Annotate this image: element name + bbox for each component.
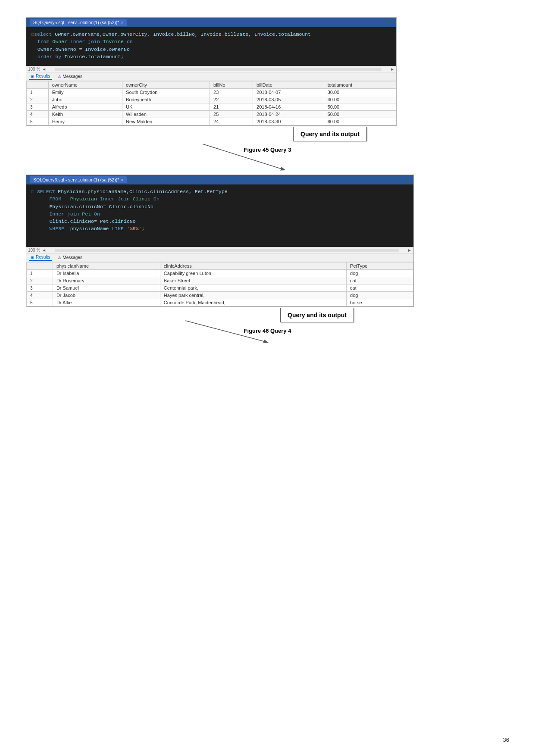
table-cell: New Malden: [122, 118, 210, 125]
table-cell: 25: [210, 111, 253, 118]
query3-col-ownername: ownerName: [48, 81, 122, 89]
table-cell: Baker Street: [160, 277, 346, 284]
table-cell: 40.00: [324, 96, 396, 103]
table-cell: Concorde Park, Maidenhead,: [160, 299, 346, 306]
query3-results-table: ownerName ownerCity billNo billDate tota…: [26, 81, 396, 125]
query3-col-rownum: [27, 81, 49, 89]
table-cell: cat: [347, 277, 413, 284]
query3-section: SQLQuery5.sql - serv...olution(1) (sa (5…: [26, 17, 509, 153]
query3-window: SQLQuery5.sql - serv...olution(1) (sa (5…: [26, 17, 397, 126]
query3-results-tabs: ▣ Results ⚠ Messages: [26, 72, 396, 81]
query3-scrolltrack[interactable]: [55, 68, 382, 71]
table-row: 5Dr AlfieConcorde Park, Maidenhead,horse: [27, 299, 413, 306]
table-row: 4Dr JacobHayes park central,dog: [27, 292, 413, 299]
query3-scrollbar[interactable]: 100 % ◄ ►: [26, 66, 396, 72]
table-row: 2Dr RosemaryBaker Streetcat: [27, 277, 413, 284]
row-number-cell: 4: [27, 111, 49, 118]
table-cell: Willesden: [122, 111, 210, 118]
table-cell: Hayes park central,: [160, 292, 346, 299]
row-number-cell: 3: [27, 284, 53, 292]
query4-arrow-svg: [181, 316, 276, 359]
row-number-cell: 1: [27, 270, 53, 277]
table-row: 3AlfredoUK212018-04-1650.00: [27, 103, 396, 111]
query4-results-tabs: ▣ Results ⚠ Messages: [26, 253, 413, 262]
table-cell: Alfredo: [48, 103, 122, 111]
query4-tab-label: SQLQuery6.sql - serv...olution(1) (sa (5…: [33, 177, 119, 182]
query3-titlebar: SQLQuery5.sql - serv...olution(1) (sa (5…: [26, 18, 396, 27]
query4-col-rownum: [27, 262, 53, 270]
query3-tab-label: SQLQuery5.sql - serv...olution(1) (sa (5…: [33, 20, 119, 25]
query3-inner: SQLQuery5.sql - serv...olution(1) (sa (5…: [26, 17, 509, 141]
query4-nav-right[interactable]: ►: [407, 248, 412, 253]
query3-editor[interactable]: □select Owner.ownerName,Owner.ownerCity,…: [26, 27, 396, 66]
query4-tab-results[interactable]: ▣ Results: [29, 254, 52, 261]
query3-tab-results[interactable]: ▣ Results: [29, 73, 52, 80]
table-cell: 60.00: [324, 118, 396, 125]
table-cell: Dr Samuel: [53, 284, 160, 292]
table-cell: Dr Alfie: [53, 299, 160, 306]
query4-tab-results-label: Results: [36, 255, 50, 259]
table-row: 3Dr SamuelCentennial park,cat: [27, 284, 413, 292]
table-cell: 24: [210, 118, 253, 125]
query3-label-area: Query and its output: [293, 127, 367, 141]
query4-nav-left[interactable]: ◄: [42, 248, 46, 253]
svg-line-1: [185, 321, 267, 342]
query3-col-totalamount: totalamount: [324, 81, 396, 89]
table-cell: Dr Jacob: [53, 292, 160, 299]
table-cell: dog: [347, 270, 413, 277]
query4-col-pettype: PetType: [347, 262, 413, 270]
query4-results-table: physicianName clinicAddress PetType 1Dr …: [26, 262, 413, 306]
query3-nav-left[interactable]: ◄: [42, 67, 46, 72]
query4-tab[interactable]: SQLQuery6.sql - serv...olution(1) (sa (5…: [30, 176, 127, 183]
table-cell: Dr Rosemary: [53, 277, 160, 284]
row-number-cell: 4: [27, 292, 53, 299]
table-cell: Henry: [48, 118, 122, 125]
query4-tab-messages-label: Messages: [63, 255, 82, 260]
page-number: 36: [503, 737, 509, 743]
row-number-cell: 5: [27, 118, 49, 125]
table-row: 2JohnBodeyheath222018-03-0540.00: [27, 96, 396, 103]
table-cell: 2018-03-05: [253, 96, 324, 103]
query3-tab-messages[interactable]: ⚠ Messages: [56, 73, 84, 80]
table-cell: Dr Isabella: [53, 270, 160, 277]
table-cell: 2018-04-07: [253, 89, 324, 96]
query3-tab-messages-label: Messages: [63, 74, 82, 79]
query3-output-label: Query and its output: [293, 127, 367, 141]
table-cell: 2018-04-16: [253, 103, 324, 111]
query3-results-area: ownerName ownerCity billNo billDate tota…: [26, 81, 396, 125]
row-number-cell: 2: [27, 96, 49, 103]
query3-tab-results-label: Results: [36, 74, 50, 78]
query3-arrow-svg: [198, 140, 293, 191]
page-container: SQLQuery5.sql - serv...olution(1) (sa (5…: [0, 0, 535, 756]
table-cell: 50.00: [324, 111, 396, 118]
query3-tab[interactable]: SQLQuery5.sql - serv...olution(1) (sa (5…: [30, 19, 127, 26]
query4-inner: SQLQuery6.sql - serv...olution(1) (sa (5…: [26, 175, 509, 322]
table-cell: Bodeyheath: [122, 96, 210, 103]
query3-nav-right[interactable]: ►: [390, 67, 394, 72]
query4-zoom: 100 %: [28, 248, 40, 253]
query4-window: SQLQuery6.sql - serv...olution(1) (sa (5…: [26, 175, 414, 307]
query3-col-billdate: billDate: [253, 81, 324, 89]
table-cell: 21: [210, 103, 253, 111]
query4-output-label: Query and its output: [280, 308, 354, 322]
table-cell: South Croydon: [122, 89, 210, 96]
table-row: 5HenryNew Malden242018-03-3060.00: [27, 118, 396, 125]
query4-tab-messages[interactable]: ⚠ Messages: [56, 254, 84, 261]
query4-scrollbar[interactable]: 100 % ◄ ►: [26, 247, 413, 253]
query4-col-physicianname: physicianName: [53, 262, 160, 270]
query3-zoom: 100 %: [28, 67, 40, 72]
svg-line-0: [203, 144, 285, 170]
table-row: 4KeithWillesden252018-04-2450.00: [27, 111, 396, 118]
query4-editor[interactable]: □ SELECT Physician.physicianName,Clinic.…: [26, 184, 413, 247]
table-cell: Keith: [48, 111, 122, 118]
query4-scrolltrack[interactable]: [55, 249, 399, 252]
query3-col-ownercity: ownerCity: [122, 81, 210, 89]
query3-col-billno: billNo: [210, 81, 253, 89]
table-cell: 50.00: [324, 103, 396, 111]
query3-tab-close[interactable]: ×: [121, 20, 123, 25]
query4-tab-close[interactable]: ×: [121, 178, 123, 182]
table-row: 1EmilySouth Croydon232018-04-0730.00: [27, 89, 396, 96]
table-cell: 2018-04-24: [253, 111, 324, 118]
row-number-cell: 5: [27, 299, 53, 306]
table-cell: 23: [210, 89, 253, 96]
